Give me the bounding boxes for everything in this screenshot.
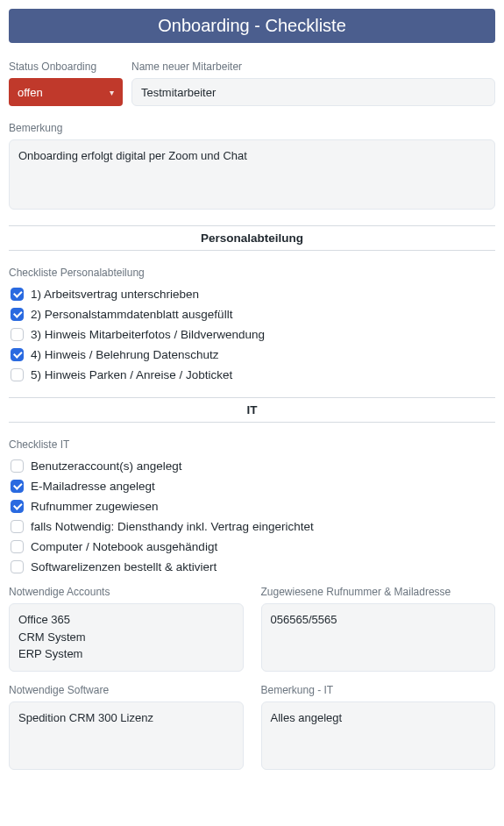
it-item-checkbox-5[interactable] (11, 560, 24, 573)
it-item-row-1: E-Mailadresse angelegt (9, 480, 495, 493)
hr-item-label-3: 4) Hinweis / Belehrung Datenschutz (31, 348, 219, 361)
it-item-label-2: Rufnummer zugewiesen (31, 500, 159, 513)
software-label: Notwendige Software (9, 684, 244, 696)
hr-item-row-1: 2) Personalstammdatenblatt ausgefüllt (9, 308, 495, 321)
hr-item-checkbox-0[interactable] (11, 288, 24, 301)
it-item-checkbox-0[interactable] (11, 459, 24, 473)
hr-item-checkbox-3[interactable] (11, 348, 24, 361)
remark-textarea[interactable]: Onboarding erfolgt digital per Zoom und … (9, 139, 495, 210)
hr-item-checkbox-1[interactable] (11, 308, 24, 321)
hr-item-row-2: 3) Hinweis Mitarbeiterfotos / Bildverwen… (9, 328, 495, 341)
hr-item-checkbox-4[interactable] (11, 368, 24, 381)
it-item-checkbox-4[interactable] (11, 540, 24, 553)
it-item-checkbox-2[interactable] (11, 500, 24, 513)
phone-mail-label: Zugewiesene Rufnummer & Mailadresse (261, 586, 496, 598)
it-item-label-3: falls Notwendig: Diensthandy inkl. Vertr… (31, 520, 314, 533)
hr-item-checkbox-2[interactable] (11, 328, 24, 341)
it-item-row-0: Benutzeraccount(s) angelegt (9, 459, 495, 473)
it-item-label-0: Benutzeraccount(s) angelegt (31, 459, 182, 473)
it-item-label-5: Softwarelizenzen bestellt & aktiviert (31, 560, 217, 573)
hr-checklist-label: Checkliste Personalabteilung (9, 267, 495, 279)
it-checklist-label: Checkliste IT (9, 438, 495, 451)
it-item-checkbox-3[interactable] (11, 520, 24, 533)
remark-it-label: Bemerkung - IT (261, 684, 496, 696)
hr-item-row-3: 4) Hinweis / Belehrung Datenschutz (9, 348, 495, 361)
status-label: Status Onboarding (9, 61, 123, 73)
status-value: offen (18, 86, 43, 99)
hr-item-row-4: 5) Hinweis Parken / Anreise / Jobticket (9, 368, 495, 381)
section-it-title: IT (9, 397, 495, 423)
status-select[interactable]: offen ▾ (9, 78, 123, 106)
hr-item-label-0: 1) Arbeitsvertrag unterschrieben (31, 288, 199, 301)
it-item-checkbox-1[interactable] (11, 480, 24, 493)
name-input[interactable] (131, 78, 495, 106)
section-hr-title: Personalabteilung (9, 225, 495, 251)
remark-label: Bemerkung (9, 122, 495, 134)
it-item-row-2: Rufnummer zugewiesen (9, 500, 495, 513)
it-item-row-3: falls Notwendig: Diensthandy inkl. Vertr… (9, 520, 495, 533)
hr-item-row-0: 1) Arbeitsvertrag unterschrieben (9, 288, 495, 301)
page-title: Onboarding - Checkliste (9, 9, 495, 43)
remark-it-textarea[interactable]: Alles angelegt (261, 701, 496, 770)
it-item-label-4: Computer / Notebook ausgehändigt (31, 540, 217, 553)
hr-item-label-1: 2) Personalstammdatenblatt ausgefüllt (31, 308, 232, 321)
chevron-down-icon: ▾ (110, 88, 114, 97)
phone-mail-textarea[interactable]: 056565/5565 (261, 603, 496, 672)
name-label: Name neuer Mitarbeiter (131, 61, 495, 73)
software-textarea[interactable]: Spedition CRM 300 Lizenz (9, 701, 244, 770)
hr-item-label-2: 3) Hinweis Mitarbeiterfotos / Bildverwen… (31, 328, 265, 341)
accounts-label: Notwendige Accounts (9, 586, 244, 598)
it-item-row-5: Softwarelizenzen bestellt & aktiviert (9, 560, 495, 573)
it-item-label-1: E-Mailadresse angelegt (31, 480, 155, 493)
accounts-textarea[interactable]: Office 365 CRM System ERP System (9, 603, 244, 672)
hr-item-label-4: 5) Hinweis Parken / Anreise / Jobticket (31, 368, 232, 381)
it-item-row-4: Computer / Notebook ausgehändigt (9, 540, 495, 553)
